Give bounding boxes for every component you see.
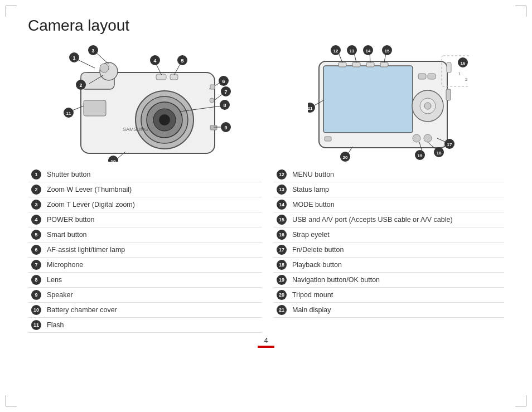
item-number: 13 xyxy=(273,182,289,197)
item-label: Smart button xyxy=(43,227,262,243)
svg-point-7 xyxy=(159,114,170,125)
corner-mark-bl xyxy=(6,395,17,406)
item-number: 17 xyxy=(273,243,289,258)
left-panel: SAMSUNG 1 2 xyxy=(28,45,262,333)
item-label: Microphone xyxy=(43,258,262,273)
item-label: Tripod mount xyxy=(289,288,504,303)
left-list-item: 6 AF-assist light/timer lamp xyxy=(28,243,262,258)
svg-rect-51 xyxy=(338,62,346,67)
item-number: 10 xyxy=(28,303,43,318)
right-panel: 12 13 14 15 16 1 2 xyxy=(273,45,504,333)
svg-text:1: 1 xyxy=(72,55,75,61)
item-label: Shutter button xyxy=(43,167,262,182)
svg-line-19 xyxy=(96,53,109,64)
item-label: Status lamp xyxy=(289,182,504,197)
item-number: 11 xyxy=(28,318,43,333)
item-label: Zoom W Lever (Thumbnail) xyxy=(43,182,262,197)
svg-rect-64 xyxy=(325,137,331,141)
item-number: 5 xyxy=(28,227,43,243)
svg-rect-54 xyxy=(380,62,388,67)
svg-text:12: 12 xyxy=(333,49,338,54)
svg-text:17: 17 xyxy=(447,142,452,147)
svg-rect-52 xyxy=(352,62,360,67)
svg-point-12 xyxy=(100,64,109,72)
svg-text:8: 8 xyxy=(223,103,226,108)
item-number: 2 xyxy=(28,182,43,197)
item-label: Navigation button/OK button xyxy=(289,273,504,288)
svg-text:16: 16 xyxy=(461,61,466,66)
svg-text:10: 10 xyxy=(111,159,116,162)
item-label: Zoom T Lever (Digital zoom) xyxy=(43,197,262,212)
item-number: 20 xyxy=(273,288,289,303)
svg-text:14: 14 xyxy=(366,49,371,54)
item-label: Lens xyxy=(43,273,262,288)
svg-point-32 xyxy=(210,98,214,103)
svg-rect-9 xyxy=(156,74,166,80)
svg-text:9: 9 xyxy=(224,125,227,130)
item-number: 16 xyxy=(273,227,289,243)
svg-text:11: 11 xyxy=(66,111,71,116)
left-list-item: 5 Smart button xyxy=(28,227,262,243)
svg-text:2: 2 xyxy=(465,77,468,82)
svg-rect-59 xyxy=(418,74,426,79)
page-number-text: 4 xyxy=(264,336,268,345)
left-list-item: 9 Speaker xyxy=(28,288,262,303)
svg-rect-53 xyxy=(366,62,374,67)
page-number: 4 xyxy=(28,336,504,348)
svg-rect-2 xyxy=(84,100,106,116)
left-list-item: 10 Battery chamber cover xyxy=(28,303,262,318)
item-label: USB and A/V port (Accepts USB cable or A… xyxy=(289,212,504,227)
svg-rect-61 xyxy=(447,62,451,72)
right-list-item: 12 MENU button xyxy=(273,167,504,182)
svg-text:21: 21 xyxy=(308,106,313,111)
svg-text:SAMSUNG: SAMSUNG xyxy=(123,127,148,132)
right-list-item: 14 MODE button xyxy=(273,197,504,212)
item-label: MENU button xyxy=(289,167,504,182)
item-number: 7 xyxy=(28,258,43,273)
item-number: 9 xyxy=(28,288,43,303)
camera-back-diagram: 12 13 14 15 16 1 2 xyxy=(308,45,470,162)
svg-text:6: 6 xyxy=(222,79,225,84)
svg-text:18: 18 xyxy=(437,151,442,156)
svg-point-58 xyxy=(424,103,431,109)
item-label: Main display xyxy=(289,303,504,318)
svg-text:3: 3 xyxy=(91,48,94,54)
svg-point-62 xyxy=(413,134,420,142)
svg-text:15: 15 xyxy=(385,49,390,54)
item-label: Flash xyxy=(43,318,262,333)
left-list-item: 11 Flash xyxy=(28,318,262,333)
item-label: Battery chamber cover xyxy=(43,303,262,318)
item-label: Strap eyelet xyxy=(289,227,504,243)
right-list-item: 20 Tripod mount xyxy=(273,288,504,303)
svg-text:20: 20 xyxy=(343,155,348,160)
item-number: 18 xyxy=(273,258,289,273)
right-parts-table: 12 MENU button 13 Status lamp 14 MODE bu… xyxy=(273,167,504,318)
svg-rect-31 xyxy=(210,85,215,89)
item-number: 12 xyxy=(273,167,289,182)
svg-rect-50 xyxy=(323,66,413,133)
left-list-item: 2 Zoom W Lever (Thumbnail) xyxy=(28,182,262,197)
page: Camera layout xyxy=(0,0,532,412)
svg-point-63 xyxy=(424,134,432,142)
item-label: MODE button xyxy=(289,197,504,212)
item-number: 14 xyxy=(273,197,289,212)
item-number: 15 xyxy=(273,212,289,227)
page-bar xyxy=(258,346,274,348)
content-area: SAMSUNG 1 2 xyxy=(28,45,504,333)
item-label: Playback button xyxy=(289,258,504,273)
right-list-item: 15 USB and A/V port (Accepts USB cable o… xyxy=(273,212,504,227)
page-title: Camera layout xyxy=(28,17,504,35)
item-label: Fn/Delete button xyxy=(289,243,504,258)
item-number: 3 xyxy=(28,197,43,212)
svg-rect-60 xyxy=(428,74,436,79)
right-list-item: 16 Strap eyelet xyxy=(273,227,504,243)
item-number: 21 xyxy=(273,303,289,318)
right-list-item: 18 Playback button xyxy=(273,258,504,273)
left-list-item: 1 Shutter button xyxy=(28,167,262,182)
svg-text:1: 1 xyxy=(458,71,461,76)
svg-line-33 xyxy=(214,94,223,100)
left-parts-table: 1 Shutter button 2 Zoom W Lever (Thumbna… xyxy=(28,167,262,333)
svg-text:7: 7 xyxy=(224,89,227,95)
item-number: 1 xyxy=(28,167,43,182)
corner-mark-tl xyxy=(6,6,17,17)
